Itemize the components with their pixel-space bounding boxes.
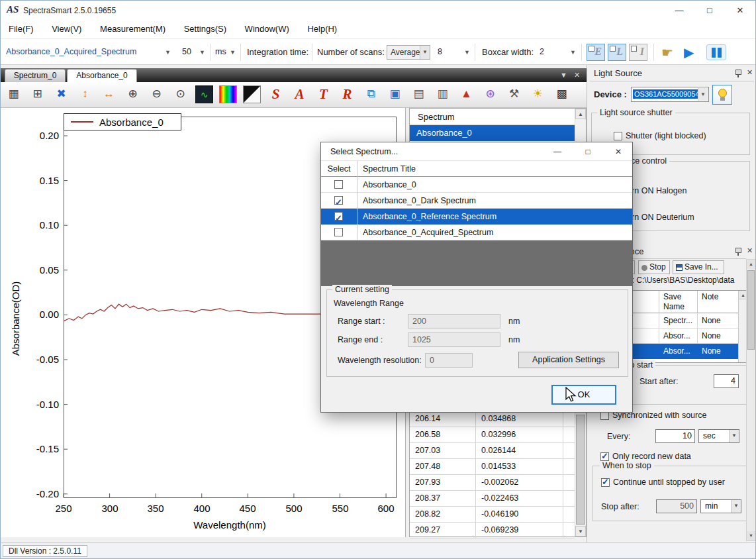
minimize-button[interactable]: — — [664, 1, 694, 21]
calculator-icon[interactable]: ▦ — [5, 85, 23, 103]
wavelength-cell[interactable]: 207.93 — [410, 475, 476, 490]
horizontal-scale-icon[interactable]: ↔ — [100, 85, 118, 103]
copy-icon[interactable]: ⧉ — [362, 85, 380, 103]
spectrum-combo[interactable]: Absorbance_0_Acquired_Spectrum — [6, 47, 162, 56]
turn-on-deuterium-label[interactable]: Turn ON Deuterium — [622, 213, 694, 222]
peaks-icon[interactable]: ▲ — [457, 85, 475, 103]
scroll-up-icon[interactable]: ▲ — [747, 260, 755, 269]
wavelength-cell[interactable]: 207.03 — [410, 443, 476, 458]
device-combo[interactable]: OS361AC55009054 ▼ — [631, 87, 709, 102]
zoom-window-icon[interactable]: ⊙ — [171, 85, 189, 103]
continue-checkbox[interactable] — [601, 478, 610, 487]
menu-view[interactable]: View(V) — [44, 21, 89, 37]
menu-measurement[interactable]: Measurement(M) — [92, 21, 173, 37]
dialog-maximize-button[interactable]: □ — [577, 142, 598, 161]
stop-after-input[interactable]: 500 — [656, 499, 697, 513]
pan-arrows-icon[interactable]: ✖ — [52, 85, 70, 103]
tab-close-icon[interactable]: ✕ — [574, 71, 580, 79]
dialog-row[interactable]: Absorbance_0 — [321, 177, 632, 193]
scrollbar-thumb[interactable] — [576, 415, 585, 525]
wavelength-cell[interactable]: 207.48 — [410, 459, 476, 474]
transmission-mode-icon[interactable]: T — [314, 85, 332, 103]
average-combo-arrow-icon[interactable]: ▼ — [420, 46, 430, 59]
value-cell[interactable]: -0.046190 — [476, 507, 563, 522]
panel-close-icon[interactable]: ✕ — [747, 246, 753, 255]
spectrum-combo-arrow-icon[interactable]: ▼ — [165, 49, 171, 56]
save-icon[interactable]: ▣ — [386, 85, 404, 103]
play-button[interactable]: ▶ — [684, 44, 694, 60]
menu-window[interactable]: Window(W) — [237, 21, 297, 37]
lamp-button[interactable] — [712, 85, 732, 105]
hand-pointer-icon[interactable]: ☛ — [661, 44, 673, 60]
scroll-down-icon[interactable]: ▼ — [747, 531, 755, 540]
shutter-checkbox[interactable] — [614, 132, 622, 140]
wavelength-cell[interactable]: 208.37 — [410, 491, 476, 506]
wavelength-cell[interactable]: 209.27 — [410, 523, 476, 538]
pin-icon[interactable] — [733, 247, 743, 256]
scans-value-arrow-icon[interactable]: ▼ — [464, 49, 470, 56]
row-checkbox[interactable] — [334, 212, 343, 221]
wavelength-cell[interactable]: 206.14 — [410, 411, 476, 427]
value-cell[interactable]: -0.002062 — [476, 475, 563, 490]
row-checkbox[interactable] — [334, 228, 343, 236]
row-checkbox[interactable] — [334, 180, 343, 189]
value-cell[interactable]: 0.026144 — [476, 443, 563, 458]
zoom-in-icon[interactable]: ⊕ — [124, 85, 142, 103]
contrast-icon[interactable] — [243, 85, 261, 103]
value-cell[interactable]: 0.032996 — [476, 427, 563, 442]
time-unit-combo[interactable]: ms — [215, 47, 226, 56]
dialog-row[interactable]: Absorbance_0_Acquired_Spectrum — [321, 225, 632, 240]
pause-button[interactable] — [706, 44, 726, 60]
rainbow-icon[interactable] — [219, 85, 237, 103]
value-cell[interactable]: -0.022463 — [476, 491, 563, 506]
wavelength-cell[interactable]: 208.82 — [410, 507, 476, 522]
scroll-up-icon[interactable]: ▲ — [575, 109, 586, 119]
grid-icon[interactable]: ▩ — [553, 85, 571, 103]
every-unit-combo[interactable]: sec ▼ — [698, 429, 739, 443]
tab-spectrum-0[interactable]: Spectrum_0 — [5, 69, 66, 82]
resolution-input[interactable]: 0 — [425, 353, 473, 368]
value-cell[interactable]: 0.034868 — [476, 411, 563, 427]
tools-icon[interactable]: ⚒ — [505, 85, 523, 103]
dialog-minimize-button[interactable]: — — [547, 142, 568, 161]
boxcar-value-arrow-icon[interactable]: ▼ — [570, 49, 576, 56]
pin-icon[interactable] — [733, 69, 743, 78]
scope-mode-icon[interactable]: S — [267, 85, 285, 103]
save-in-button[interactable]: Save In... — [673, 260, 724, 274]
panel-close-icon[interactable]: ✕ — [747, 68, 753, 77]
dialog-close-button[interactable]: ✕ — [608, 142, 629, 161]
value-cell[interactable]: -0.069239 — [476, 523, 563, 538]
wavelength-cell[interactable]: 206.58 — [410, 427, 476, 442]
zoom-out-icon[interactable]: ⊖ — [148, 85, 165, 103]
electric-dark-toggle-button[interactable]: E — [587, 44, 605, 61]
every-input[interactable]: 10 — [655, 429, 695, 443]
dialog-row[interactable]: Absorbance_0_Dark Spectrum — [321, 193, 632, 209]
menu-help[interactable]: Help(H) — [299, 21, 345, 37]
print-setup-icon[interactable]: ▥ — [434, 85, 451, 103]
stop-after-unit-arrow-icon[interactable]: ▼ — [731, 500, 741, 513]
tab-list-icon[interactable]: ▼ — [560, 71, 567, 79]
spectrum-list-item-selected[interactable]: Absorbance_0 — [410, 125, 575, 141]
average-combo[interactable]: Average ▼ — [387, 45, 430, 60]
boxcar-value[interactable]: 2 — [540, 47, 544, 56]
every-unit-arrow-icon[interactable]: ▼ — [729, 430, 739, 442]
value-cell[interactable]: 0.014533 — [476, 459, 563, 474]
sequence-panel-scrollbar[interactable]: ▲ ▼ — [746, 259, 756, 541]
key-icon[interactable]: ☀ — [529, 85, 547, 103]
range-start-input[interactable]: 200 — [408, 314, 500, 329]
scroll-down-icon[interactable]: ▼ — [575, 526, 586, 536]
print-icon[interactable]: ▤ — [410, 85, 428, 103]
stop-button[interactable]: Stop — [638, 260, 670, 274]
add-table-icon[interactable]: ⊞ — [28, 85, 46, 103]
device-combo-arrow-icon[interactable]: ▼ — [698, 88, 708, 101]
start-after-input[interactable]: 4 — [714, 374, 739, 388]
dialog-row-selected[interactable]: Absorbance_0_Reference Spectrum — [321, 209, 632, 225]
time-unit-arrow-icon[interactable]: ▼ — [230, 49, 236, 56]
tab-absorbance-0[interactable]: Absorbance_0 — [67, 69, 137, 82]
range-end-input[interactable]: 1025 — [408, 332, 500, 347]
reflection-mode-icon[interactable]: R — [338, 85, 356, 103]
integration-value-arrow-icon[interactable]: ▼ — [199, 49, 205, 56]
stop-after-unit-combo[interactable]: min ▼ — [700, 499, 741, 513]
linearity-toggle-button[interactable]: L — [608, 44, 626, 61]
ok-button[interactable]: OK — [551, 385, 616, 405]
